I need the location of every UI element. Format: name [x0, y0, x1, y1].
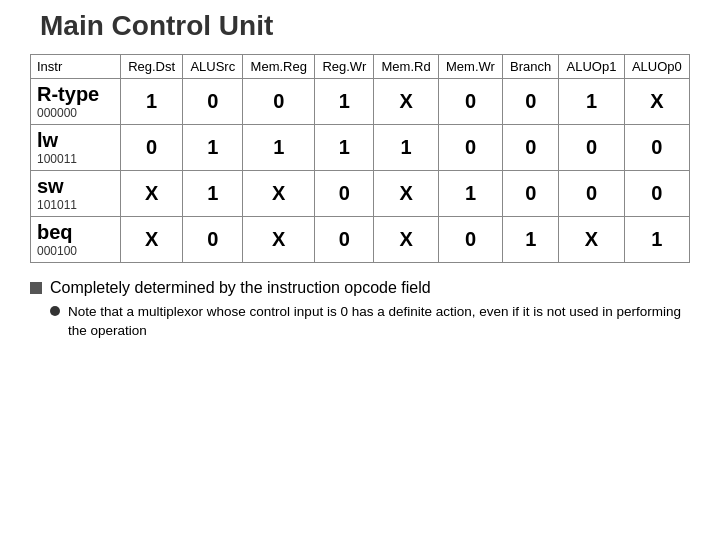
cell-r3-c6: 1	[503, 217, 559, 263]
main-table-container: InstrReg.DstALUSrcMem.RegReg.WrMem.RdMem…	[30, 54, 690, 263]
cell-r2-c2: X	[243, 171, 315, 217]
cell-r1-c4: 1	[374, 125, 439, 171]
cell-r2-c6: 0	[503, 171, 559, 217]
col-header-0: Instr	[31, 55, 121, 79]
col-header-5: Mem.Rd	[374, 55, 439, 79]
instr-cell-2: sw101011	[31, 171, 121, 217]
col-header-6: Mem.Wr	[438, 55, 502, 79]
cell-r3-c2: X	[243, 217, 315, 263]
cell-r3-c0: X	[121, 217, 183, 263]
col-header-9: ALUOp0	[624, 55, 689, 79]
cell-r1-c0: 0	[121, 125, 183, 171]
table-row: beq000100X0X0X01X1	[31, 217, 690, 263]
cell-r1-c2: 1	[243, 125, 315, 171]
footer-detail-text: Note that a multiplexor whose control in…	[68, 303, 700, 341]
cell-r2-c0: X	[121, 171, 183, 217]
cell-r3-c4: X	[374, 217, 439, 263]
cell-r0-c4: X	[374, 79, 439, 125]
page-title: Main Control Unit	[40, 10, 700, 42]
cell-r3-c3: 0	[315, 217, 374, 263]
bullet-icon	[50, 306, 60, 316]
col-header-2: ALUSrc	[183, 55, 243, 79]
cell-r0-c5: 0	[438, 79, 502, 125]
cell-r1-c5: 0	[438, 125, 502, 171]
instr-code: 100011	[37, 152, 114, 166]
col-header-1: Reg.Dst	[121, 55, 183, 79]
instr-name: lw	[37, 129, 114, 152]
square-icon	[30, 282, 42, 294]
cell-r1-c8: 0	[624, 125, 689, 171]
footer-main-line: Completely determined by the instruction…	[30, 279, 700, 297]
table-row: R-type0000001001X001X	[31, 79, 690, 125]
cell-r1-c1: 1	[183, 125, 243, 171]
cell-r3-c5: 0	[438, 217, 502, 263]
table-row: lw100011011110000	[31, 125, 690, 171]
table-row: sw101011X1X0X1000	[31, 171, 690, 217]
cell-r3-c1: 0	[183, 217, 243, 263]
cell-r0-c1: 0	[183, 79, 243, 125]
instr-cell-0: R-type000000	[31, 79, 121, 125]
cell-r1-c7: 0	[559, 125, 624, 171]
cell-r0-c2: 0	[243, 79, 315, 125]
cell-r2-c8: 0	[624, 171, 689, 217]
cell-r0-c7: 1	[559, 79, 624, 125]
instr-code: 101011	[37, 198, 114, 212]
table-header-row: InstrReg.DstALUSrcMem.RegReg.WrMem.RdMem…	[31, 55, 690, 79]
col-header-3: Mem.Reg	[243, 55, 315, 79]
control-unit-table: InstrReg.DstALUSrcMem.RegReg.WrMem.RdMem…	[30, 54, 690, 263]
cell-r2-c3: 0	[315, 171, 374, 217]
cell-r0-c6: 0	[503, 79, 559, 125]
instr-cell-1: lw100011	[31, 125, 121, 171]
cell-r0-c8: X	[624, 79, 689, 125]
col-header-4: Reg.Wr	[315, 55, 374, 79]
instr-name: beq	[37, 221, 114, 244]
cell-r1-c3: 1	[315, 125, 374, 171]
footer-detail-line: Note that a multiplexor whose control in…	[50, 303, 700, 341]
cell-r3-c7: X	[559, 217, 624, 263]
col-header-7: Branch	[503, 55, 559, 79]
instr-code: 000100	[37, 244, 114, 258]
instr-code: 000000	[37, 106, 114, 120]
col-header-8: ALUOp1	[559, 55, 624, 79]
cell-r2-c5: 1	[438, 171, 502, 217]
cell-r1-c6: 0	[503, 125, 559, 171]
instr-cell-3: beq000100	[31, 217, 121, 263]
cell-r2-c7: 0	[559, 171, 624, 217]
cell-r2-c4: X	[374, 171, 439, 217]
instr-name: sw	[37, 175, 114, 198]
cell-r0-c0: 1	[121, 79, 183, 125]
cell-r0-c3: 1	[315, 79, 374, 125]
footer-main-text: Completely determined by the instruction…	[50, 279, 431, 297]
instr-name: R-type	[37, 83, 114, 106]
cell-r3-c8: 1	[624, 217, 689, 263]
footer-section: Completely determined by the instruction…	[30, 279, 700, 341]
cell-r2-c1: 1	[183, 171, 243, 217]
